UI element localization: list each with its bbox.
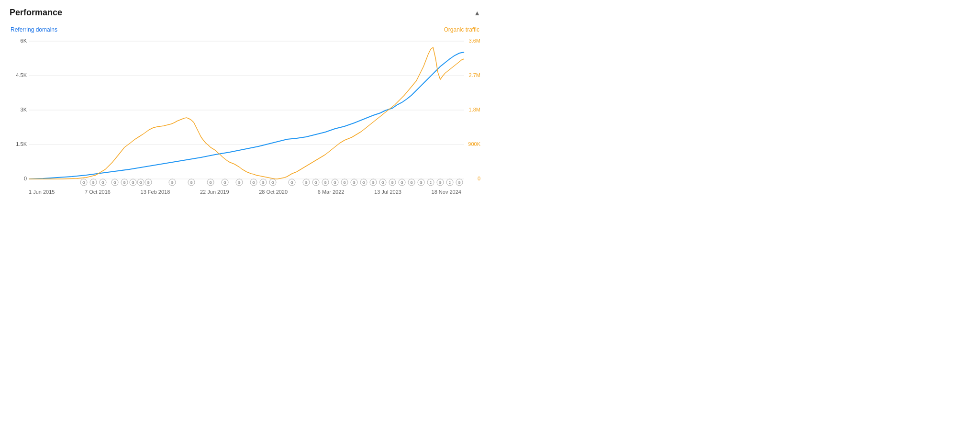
svg-text:6K: 6K — [21, 38, 27, 44]
svg-text:G: G — [410, 181, 412, 184]
svg-text:G: G — [171, 181, 173, 184]
axis-labels: Referring domains Organic traffic — [10, 26, 480, 33]
svg-text:G: G — [190, 181, 192, 184]
svg-text:G: G — [262, 181, 264, 184]
svg-text:G: G — [324, 181, 326, 184]
svg-text:G: G — [439, 181, 441, 184]
svg-text:G: G — [343, 181, 345, 184]
svg-text:900K: 900K — [468, 141, 480, 147]
svg-text:3.6M: 3.6M — [469, 38, 480, 44]
svg-text:G: G — [362, 181, 365, 184]
svg-text:4.5K: 4.5K — [16, 72, 27, 78]
x-label-0: 1 Jun 2015 — [29, 189, 55, 195]
svg-text:1.5K: 1.5K — [16, 141, 27, 147]
svg-text:2.7M: 2.7M — [469, 72, 480, 78]
svg-text:G: G — [458, 181, 460, 184]
svg-text:G: G — [223, 181, 226, 184]
svg-text:G: G — [391, 181, 393, 184]
chart-area: Referring domains Organic traffic .grid-… — [10, 26, 480, 195]
svg-text:G: G — [353, 181, 355, 184]
svg-text:2: 2 — [449, 181, 451, 184]
svg-text:G: G — [372, 181, 374, 184]
svg-text:G: G — [147, 181, 149, 184]
svg-text:G: G — [420, 181, 422, 184]
svg-text:G: G — [305, 181, 307, 184]
collapse-button[interactable]: ▲ — [474, 9, 480, 17]
svg-text:G: G — [92, 181, 94, 184]
svg-text:2: 2 — [430, 181, 432, 184]
header: Performance ▲ — [10, 8, 480, 18]
x-label-4: 28 Oct 2020 — [259, 189, 288, 195]
svg-text:G: G — [271, 181, 274, 184]
x-label-7: 18 Nov 2024 — [432, 189, 461, 195]
x-label-3: 22 Jun 2019 — [200, 189, 229, 195]
x-label-2: 13 Feb 2018 — [141, 189, 170, 195]
x-label-5: 6 Mar 2022 — [318, 189, 345, 195]
svg-text:G: G — [82, 181, 85, 184]
svg-text:3K: 3K — [21, 107, 27, 112]
svg-text:G: G — [101, 181, 104, 184]
svg-text:G: G — [381, 181, 384, 184]
svg-text:G: G — [132, 181, 134, 184]
svg-text:G: G — [123, 181, 125, 184]
svg-text:G: G — [314, 181, 317, 184]
right-axis-label: Organic traffic — [444, 26, 479, 33]
svg-text:0: 0 — [24, 176, 27, 181]
svg-text:G: G — [334, 181, 336, 184]
svg-text:0: 0 — [478, 176, 480, 181]
x-axis-labels: 1 Jun 2015 7 Oct 2016 13 Feb 2018 22 Jun… — [10, 187, 480, 195]
performance-panel: Performance ▲ Referring domains Organic … — [0, 0, 490, 200]
x-label-6: 13 Jul 2023 — [374, 189, 401, 195]
svg-text:G: G — [139, 181, 142, 184]
svg-text:G: G — [113, 181, 116, 184]
chart-svg: .grid-line { stroke: #e8e8e8; stroke-wid… — [10, 34, 480, 187]
svg-text:G: G — [252, 181, 255, 184]
panel-title: Performance — [10, 8, 62, 18]
svg-text:1.8M: 1.8M — [469, 107, 480, 112]
svg-text:G: G — [209, 181, 212, 184]
left-axis-label: Referring domains — [11, 26, 57, 33]
svg-text:G: G — [238, 181, 240, 184]
x-label-1: 7 Oct 2016 — [85, 189, 111, 195]
svg-text:G: G — [290, 181, 293, 184]
chart-wrapper: .grid-line { stroke: #e8e8e8; stroke-wid… — [10, 34, 480, 187]
svg-text:G: G — [401, 181, 403, 184]
